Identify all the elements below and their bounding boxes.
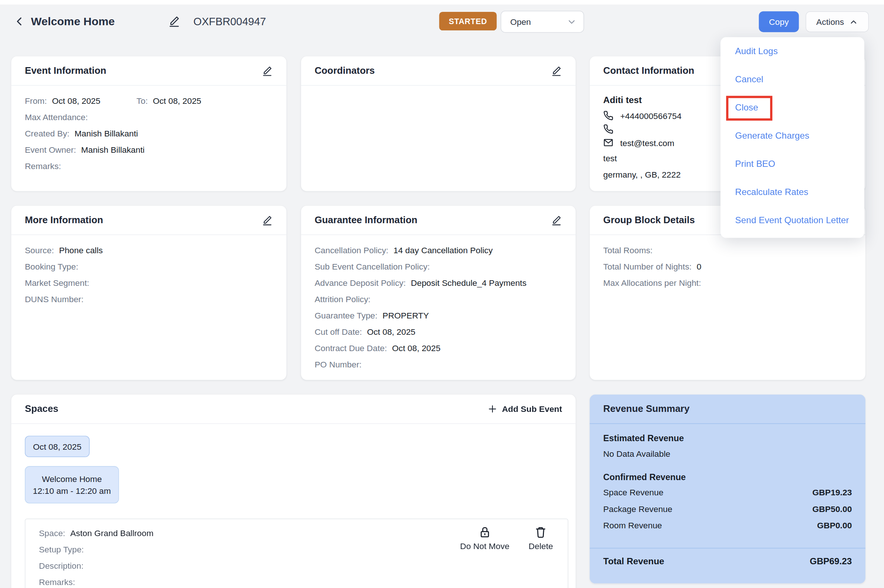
edit-title-icon[interactable] (168, 15, 180, 27)
field-row: Attrition Policy: (314, 291, 562, 308)
status-select-value: Open (510, 17, 567, 27)
more-information-card: More Information Source: Phone calls Boo… (11, 206, 286, 380)
event-information-card: Event Information From: Oct 08, 2025 To:… (11, 56, 286, 191)
field-label: Booking Type: (25, 261, 78, 271)
card-title: Contact Information (603, 65, 695, 76)
card-title: Spaces (25, 404, 59, 414)
chevron-down-icon (567, 16, 576, 27)
revenue-value: GBP50.00 (812, 504, 852, 513)
field-row: Contract Due Date: Oct 08, 2025 (314, 340, 562, 356)
field-label: Total Number of Nights: (603, 261, 692, 271)
card-title: Coordinators (314, 65, 375, 76)
lock-icon (479, 526, 491, 538)
field-label: Market Segment: (25, 278, 89, 288)
top-white-strip (0, 0, 884, 4)
sub-event-name: Welcome Home (42, 474, 102, 484)
card-title: Event Information (25, 65, 107, 76)
edit-icon[interactable] (261, 214, 273, 226)
field-label: Space: (39, 528, 65, 538)
menu-item-cancel[interactable]: Cancel (720, 65, 864, 93)
field-value: Aston Grand Ballroom (71, 528, 153, 538)
do-not-move-label: Do Not Move (460, 541, 509, 551)
field-value: Oct 08, 2025 (392, 343, 441, 353)
confirmed-revenue-heading: Confirmed Revenue (603, 471, 852, 484)
date-chip[interactable]: Oct 08, 2025 (25, 436, 90, 457)
field-value: Manish Billakanti (81, 145, 145, 154)
trash-icon (535, 526, 547, 538)
status-badge: STARTED (439, 12, 497, 30)
edit-icon[interactable] (551, 214, 562, 226)
field-label: Remarks: (25, 161, 61, 171)
total-revenue-value: GBP69.23 (810, 556, 852, 567)
revenue-row: Space Revenue GBP19.23 (603, 484, 852, 501)
sub-event-time: 12:10 am - 12:20 am (33, 486, 111, 496)
field-value: 0 (697, 261, 702, 271)
field-label: Cancellation Policy: (314, 245, 388, 255)
contact-email: test@test.com (620, 138, 674, 147)
chevron-up-icon (849, 17, 858, 26)
event-code: OXFBR004947 (193, 16, 266, 28)
status-select[interactable]: Open (501, 11, 584, 33)
do-not-move-button[interactable]: Do Not Move (460, 526, 509, 551)
menu-item-recalculate-rates[interactable]: Recalculate Rates (720, 178, 864, 206)
menu-item-close[interactable]: Close (720, 93, 864, 122)
field-value: PROPERTY (383, 310, 429, 320)
sub-event-chip[interactable]: Welcome Home 12:10 am - 12:20 am (25, 466, 119, 503)
field-label: Attrition Policy: (314, 294, 371, 304)
menu-item-print-beo[interactable]: Print BEO (720, 150, 864, 178)
field-label: Setup Type: (39, 544, 84, 554)
field-label: Max Attendance: (25, 112, 88, 122)
total-revenue-label: Total Revenue (603, 556, 664, 567)
actions-button[interactable]: Actions (806, 11, 869, 32)
field-value: Oct 08, 2025 (52, 96, 101, 105)
phone-icon (603, 124, 613, 134)
no-data-text: No Data Available (603, 445, 852, 462)
back-chevron-icon[interactable] (12, 15, 26, 28)
card-title: Revenue Summary (603, 404, 690, 414)
field-label: Source: (25, 245, 54, 255)
mail-icon (603, 138, 613, 147)
menu-item-audit-logs[interactable]: Audit Logs (720, 37, 864, 65)
menu-item-generate-charges[interactable]: Generate Charges (720, 122, 864, 150)
space-detail-box: Space: Aston Grand Ballroom Setup Type: … (25, 519, 569, 588)
field-label: From: (25, 96, 47, 105)
revenue-label: Room Revenue (603, 520, 662, 530)
field-row: Advance Deposit Policy: Deposit Schedule… (314, 274, 562, 291)
menu-item-send-event-quotation-letter[interactable]: Send Event Quotation Letter (720, 206, 864, 234)
add-sub-event-button[interactable]: Add Sub Event (488, 404, 562, 414)
field-label: To: (137, 96, 147, 105)
guarantee-information-card: Guarantee Information Cancellation Polic… (301, 206, 575, 380)
edit-icon[interactable] (551, 65, 562, 76)
edit-icon[interactable] (261, 65, 273, 76)
space-actions: Do Not Move Delete (460, 526, 553, 551)
field-row: Sub Event Cancellation Policy: (314, 258, 562, 274)
spaces-card: Spaces Add Sub Event Oct 08, 2025 Welcom… (11, 394, 575, 588)
actions-dropdown-menu: Audit Logs Cancel Close Generate Charges… (720, 37, 864, 238)
field-value: Phone calls (59, 245, 103, 255)
add-sub-event-label: Add Sub Event (502, 404, 562, 414)
field-label: Max Allocations per Night: (603, 278, 701, 288)
field-label: DUNS Number: (25, 294, 83, 304)
contact-phone: +444000566754 (620, 111, 681, 120)
delete-button[interactable]: Delete (529, 526, 553, 551)
field-label: Remarks: (39, 577, 75, 587)
revenue-row: Package Revenue GBP50.00 (603, 501, 852, 517)
field-row: Description: (39, 558, 554, 574)
field-row: Created By: Manish Billakanti (25, 125, 273, 142)
field-value: 14 day Cancellation Policy (393, 245, 492, 255)
revenue-summary-card: Revenue Summary Estimated Revenue No Dat… (590, 394, 865, 583)
field-label: Event Owner: (25, 145, 76, 154)
field-label: Sub Event Cancellation Policy: (314, 261, 430, 271)
actions-button-label: Actions (816, 17, 844, 27)
field-row: DUNS Number: (25, 291, 273, 308)
field-label: Advance Deposit Policy: (314, 278, 406, 288)
page-title: Welcome Home (31, 15, 115, 28)
revenue-row: Room Revenue GBP0.00 (603, 517, 852, 533)
field-label: Cut off Date: (314, 327, 362, 337)
field-label: Guarantee Type: (314, 310, 377, 320)
copy-button[interactable]: Copy (759, 11, 799, 32)
field-row: Cut off Date: Oct 08, 2025 (314, 324, 562, 340)
field-row: Event Owner: Manish Billakanti (25, 142, 273, 158)
field-row: Market Segment: (25, 274, 273, 291)
field-row: Source: Phone calls (25, 242, 273, 258)
